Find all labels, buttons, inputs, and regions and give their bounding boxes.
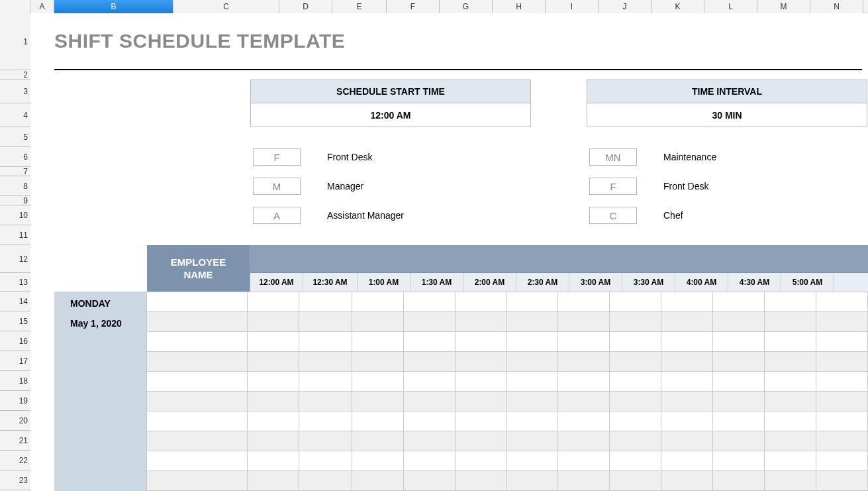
shift-cell[interactable] <box>816 352 868 371</box>
shift-cell[interactable] <box>558 471 610 490</box>
row-header-3[interactable]: 3 <box>0 80 30 103</box>
shift-cell[interactable] <box>352 411 404 431</box>
shift-cell[interactable] <box>765 332 816 351</box>
shift-cell[interactable] <box>558 372 610 391</box>
shift-cell[interactable] <box>248 332 299 351</box>
row-header-14[interactable]: 14 <box>0 292 30 311</box>
shift-cell[interactable] <box>661 411 713 431</box>
legend-code-box[interactable]: F <box>253 148 301 166</box>
shift-cell[interactable] <box>404 411 456 431</box>
select-all-corner[interactable] <box>0 0 30 13</box>
shift-cell[interactable] <box>816 332 868 351</box>
row-header-16[interactable]: 16 <box>0 331 30 351</box>
column-header-e[interactable]: E <box>332 0 387 13</box>
shift-cell[interactable] <box>299 411 352 431</box>
shift-cell[interactable] <box>610 411 661 431</box>
shift-cell[interactable] <box>661 352 713 371</box>
legend-code-box[interactable]: A <box>253 207 301 224</box>
column-header-h[interactable]: H <box>493 0 546 13</box>
shift-cell[interactable] <box>507 451 559 470</box>
shift-cell[interactable] <box>765 411 816 431</box>
shift-cell[interactable] <box>507 292 559 311</box>
shift-cell[interactable] <box>661 431 713 451</box>
shift-cell[interactable] <box>404 392 456 411</box>
table-row[interactable] <box>147 392 868 411</box>
shift-cell[interactable] <box>661 312 713 331</box>
schedule-start-value[interactable]: 12:00 AM <box>250 103 531 127</box>
shift-cell[interactable] <box>404 352 456 371</box>
column-header-l[interactable]: L <box>704 0 757 13</box>
table-row[interactable] <box>147 431 868 451</box>
shift-cell[interactable] <box>816 372 868 391</box>
shift-cell[interactable] <box>507 332 559 351</box>
shift-cell[interactable] <box>713 471 765 490</box>
employee-name-cell[interactable] <box>147 471 248 490</box>
shift-cell[interactable] <box>713 411 765 431</box>
shift-cell[interactable] <box>299 471 352 490</box>
shift-cell[interactable] <box>248 471 299 490</box>
legend-code-box[interactable]: M <box>253 178 301 195</box>
row-header-17[interactable]: 17 <box>0 351 30 371</box>
column-header-k[interactable]: K <box>651 0 704 13</box>
column-header-f[interactable]: F <box>387 0 440 13</box>
employee-name-cell[interactable] <box>147 352 248 371</box>
shift-cell[interactable] <box>558 392 610 411</box>
row-header-15[interactable]: 15 <box>0 311 30 331</box>
shift-cell[interactable] <box>248 372 299 391</box>
shift-cell[interactable] <box>713 372 765 391</box>
column-header-a[interactable]: A <box>30 0 54 13</box>
shift-cell[interactable] <box>765 471 816 490</box>
row-header-12[interactable]: 12 <box>0 245 30 273</box>
shift-cell[interactable] <box>352 332 404 351</box>
shift-cell[interactable] <box>661 471 713 490</box>
shift-cell[interactable] <box>299 451 352 470</box>
shift-cell[interactable] <box>352 312 404 331</box>
row-header-2[interactable]: 2 <box>0 70 30 80</box>
employee-name-cell[interactable] <box>147 392 248 411</box>
shift-cell[interactable] <box>352 471 404 490</box>
shift-cell[interactable] <box>404 292 456 311</box>
row-header-4[interactable]: 4 <box>0 103 30 127</box>
shift-cell[interactable] <box>661 332 713 351</box>
shift-cell[interactable] <box>404 372 456 391</box>
shift-cell[interactable] <box>610 292 661 311</box>
shift-cell[interactable] <box>713 451 765 470</box>
shift-cell[interactable] <box>610 312 661 331</box>
shift-cell[interactable] <box>456 372 507 391</box>
shift-cell[interactable] <box>507 431 559 451</box>
shift-cell[interactable] <box>507 411 559 431</box>
shift-cell[interactable] <box>765 392 816 411</box>
row-header-21[interactable]: 21 <box>0 431 30 451</box>
row-header-8[interactable]: 8 <box>0 176 30 196</box>
shift-cell[interactable] <box>248 292 299 311</box>
shift-cell[interactable] <box>610 352 661 371</box>
shift-cell[interactable] <box>352 431 404 451</box>
shift-cell[interactable] <box>299 431 352 451</box>
table-row[interactable] <box>147 451 868 471</box>
shift-cell[interactable] <box>299 312 352 331</box>
shift-cell[interactable] <box>610 392 661 411</box>
table-row[interactable] <box>147 411 868 431</box>
shift-cell[interactable] <box>558 431 610 451</box>
shift-cell[interactable] <box>816 392 868 411</box>
shift-cell[interactable] <box>507 352 559 371</box>
shift-cell[interactable] <box>404 451 456 470</box>
shift-cell[interactable] <box>507 471 559 490</box>
legend-code-box[interactable]: F <box>589 178 637 195</box>
table-row[interactable] <box>147 352 868 372</box>
column-header-d[interactable]: D <box>279 0 332 13</box>
shift-cell[interactable] <box>248 312 299 331</box>
shift-cell[interactable] <box>713 352 765 371</box>
shift-cell[interactable] <box>610 451 661 470</box>
shift-cell[interactable] <box>248 411 299 431</box>
shift-cell[interactable] <box>352 292 404 311</box>
shift-cell[interactable] <box>558 451 610 470</box>
shift-cell[interactable] <box>352 372 404 391</box>
shift-cell[interactable] <box>661 451 713 470</box>
shift-cell[interactable] <box>558 332 610 351</box>
row-header-19[interactable]: 19 <box>0 391 30 411</box>
shift-cell[interactable] <box>352 451 404 470</box>
shift-cell[interactable] <box>661 372 713 391</box>
row-header-13[interactable]: 13 <box>0 273 30 292</box>
column-header-n[interactable]: N <box>810 0 863 13</box>
